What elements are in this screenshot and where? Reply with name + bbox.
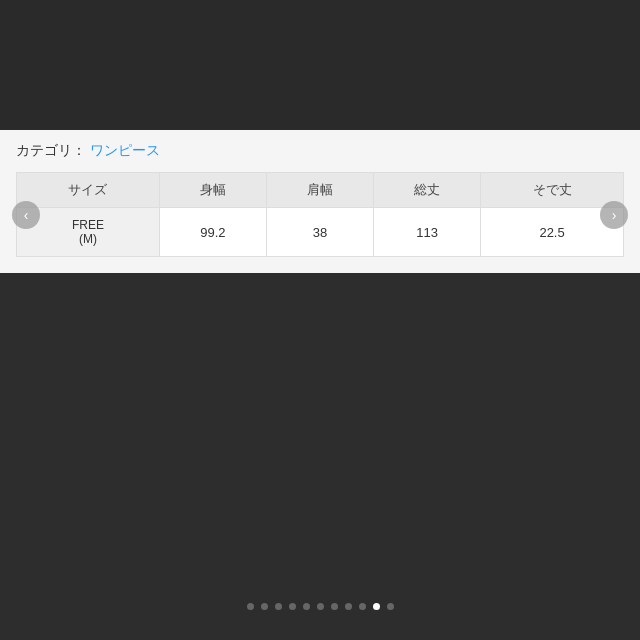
header-mibaba: 身幅 [159, 173, 266, 208]
header-katahaba: 肩幅 [266, 173, 373, 208]
size-table: サイズ 身幅 肩幅 総丈 そで丈 FREE(M) 99.2 38 113 22.… [16, 172, 624, 257]
dot-4[interactable] [289, 603, 296, 610]
cell-katahaba: 38 [266, 208, 373, 257]
dot-10[interactable] [373, 603, 380, 610]
right-arrow-icon: › [612, 207, 617, 223]
dot-5[interactable] [303, 603, 310, 610]
category-label: カテゴリ： [16, 142, 86, 158]
left-arrow-icon: ‹ [24, 207, 29, 223]
dot-9[interactable] [359, 603, 366, 610]
dot-2[interactable] [261, 603, 268, 610]
pagination-dots [0, 603, 640, 610]
dot-6[interactable] [317, 603, 324, 610]
header-sodedake: そで丈 [481, 173, 624, 208]
dot-3[interactable] [275, 603, 282, 610]
header-soudake: 総丈 [374, 173, 481, 208]
table-container: ‹ サイズ 身幅 肩幅 総丈 そで丈 FREE(M) 99.2 [16, 172, 624, 257]
dot-8[interactable] [345, 603, 352, 610]
category-link[interactable]: ワンピース [90, 142, 160, 158]
arrow-right-button[interactable]: › [600, 201, 628, 229]
header-size: サイズ [17, 173, 160, 208]
bottom-dark-area [0, 273, 640, 603]
arrow-left-button[interactable]: ‹ [12, 201, 40, 229]
dot-11[interactable] [387, 603, 394, 610]
table-header-row: サイズ 身幅 肩幅 総丈 そで丈 [17, 173, 624, 208]
card-area: カテゴリ： ワンピース ‹ サイズ 身幅 肩幅 総丈 そで丈 [0, 130, 640, 273]
page-wrapper: カテゴリ： ワンピース ‹ サイズ 身幅 肩幅 総丈 そで丈 [0, 0, 640, 640]
table-row: FREE(M) 99.2 38 113 22.5 [17, 208, 624, 257]
dot-7[interactable] [331, 603, 338, 610]
top-dark-area [0, 0, 640, 130]
cell-soudake: 113 [374, 208, 481, 257]
cell-mibaba: 99.2 [159, 208, 266, 257]
dot-1[interactable] [247, 603, 254, 610]
category-line: カテゴリ： ワンピース [16, 142, 624, 160]
